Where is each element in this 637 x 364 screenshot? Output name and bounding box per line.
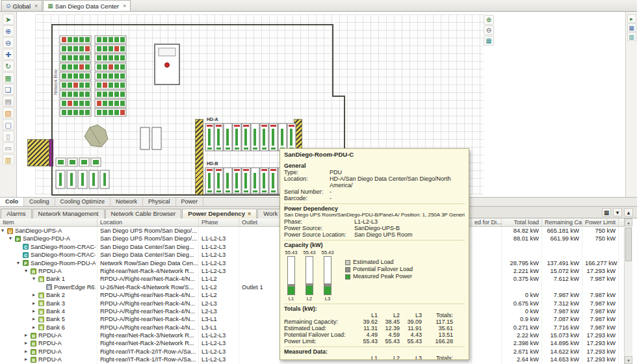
panel-tab-label: Network Management xyxy=(38,210,99,217)
power-limit-cell: 7.987 kW xyxy=(582,275,619,283)
expander-icon[interactable]: ▸ xyxy=(32,315,38,323)
measure-horizontal-icon[interactable]: ▭ xyxy=(3,142,14,153)
column-header-ed-for-di-[interactable]: ed for Di... xyxy=(472,218,502,226)
outlet-cell xyxy=(239,332,281,339)
equipment-object[interactable] xyxy=(84,125,108,147)
location-cell: Right-rear/IT-Rack-1/IT-Row-A/Sa... xyxy=(98,356,199,363)
item-name: Bank 5 xyxy=(46,315,65,323)
value-cell: 55.43 xyxy=(378,338,400,344)
value-cell: 13.51 xyxy=(422,332,453,338)
pointer-icon[interactable]: ➤ xyxy=(3,14,14,25)
panel-tab-network-management[interactable]: Network Management xyxy=(32,209,105,219)
zoom-out-icon[interactable]: ⊖ xyxy=(3,37,14,48)
minimize-panel-icon[interactable]: ▾ xyxy=(613,208,622,216)
palette-grid-icon[interactable]: ▦ xyxy=(627,23,636,32)
close-icon[interactable]: × xyxy=(123,3,126,9)
tab-label: San Diego Data Center xyxy=(55,3,119,10)
panel-tab-power-dependency[interactable]: Power Dependency× xyxy=(182,209,257,219)
select-area-icon[interactable]: ▢ xyxy=(3,119,14,130)
phase-cell: L2-L3 xyxy=(199,307,239,315)
phase-cell: L1-L2-L3 xyxy=(199,259,239,267)
item-cell: ▾PSanDiego-Room-PDU-A xyxy=(0,259,98,267)
scrollbar-thumb[interactable] xyxy=(625,228,632,261)
refresh-icon[interactable]: ↻ xyxy=(3,60,14,72)
column-header-remaining-ca-[interactable]: Remaining Ca... xyxy=(542,218,582,226)
data-row: Remaining Capacity:39.6238.4539.09117.15 xyxy=(284,318,465,325)
canvas-zoom-out-icon[interactable]: ⊖ xyxy=(484,25,494,35)
scroll-down-icon[interactable]: ▼ xyxy=(625,356,632,364)
cabinet[interactable] xyxy=(140,127,150,150)
field-value: SanDiego-UPS-B xyxy=(354,225,400,231)
expander-icon[interactable]: ▾ xyxy=(32,275,38,283)
expander-icon[interactable]: ▾ xyxy=(25,267,31,275)
canvas-zoom-in-icon[interactable]: ⊕ xyxy=(484,15,494,25)
view-tab-cooling[interactable]: Cooling xyxy=(24,198,55,206)
header-cell xyxy=(284,355,356,360)
expander-icon[interactable]: ▸ xyxy=(32,307,38,315)
expander-icon[interactable]: ▸ xyxy=(32,291,38,299)
expander-icon[interactable]: ▸ xyxy=(25,348,31,356)
panel-tab-alarms[interactable]: Alarms xyxy=(1,209,32,219)
paint-icon[interactable]: ▧ xyxy=(3,107,14,118)
legend-icon[interactable]: ▥ xyxy=(3,154,14,165)
column-header-power-limit[interactable]: Power Limit xyxy=(582,218,619,226)
cabinet[interactable] xyxy=(152,127,161,150)
copy-icon[interactable]: ❏ xyxy=(3,84,14,95)
column-header-item[interactable]: Item xyxy=(0,218,98,226)
tab-global[interactable]: ⊙ Global × xyxy=(1,0,42,11)
expander-icon[interactable]: ▸ xyxy=(25,356,31,363)
gauge-phase-label: L3 xyxy=(320,296,335,302)
power-dependency-row: Phase:L1-L2-L3 xyxy=(284,218,465,225)
expander-icon[interactable]: ▸ xyxy=(25,332,31,339)
expander-icon[interactable]: ▾ xyxy=(1,227,7,235)
power-panel[interactable] xyxy=(155,44,179,84)
bank-icon: B xyxy=(38,309,44,315)
view-tab-colo[interactable]: Colo xyxy=(0,198,24,206)
column-header-location[interactable]: Location xyxy=(98,218,199,226)
location-cell: Right-rear/IT-Rack-2/IT-Row-A/Sa... xyxy=(98,348,199,356)
total-load-cell: 0 kW xyxy=(502,307,542,315)
expander-icon[interactable]: ▾ xyxy=(17,259,23,267)
layers-icon[interactable]: ▤ xyxy=(3,96,14,107)
measure-vertical-icon[interactable]: ▯ xyxy=(3,131,14,142)
maximize-panel-icon[interactable]: ▴ xyxy=(624,208,633,216)
expander-icon[interactable]: ▸ xyxy=(25,339,31,347)
item-name: SanDiego-UPS-A xyxy=(15,227,62,235)
scroll-up-icon[interactable]: ▲ xyxy=(625,218,632,226)
expander-icon[interactable]: ▸ xyxy=(32,324,38,332)
view-tab-network[interactable]: Network xyxy=(110,198,143,206)
remaining-capacity-cell: 7.987 kW xyxy=(542,307,582,315)
canvas-palette: ⊕⊖▦ xyxy=(482,14,495,46)
header-cell: L3 xyxy=(400,355,422,360)
view-tab-physical[interactable]: Physical xyxy=(143,198,176,206)
close-icon[interactable]: × xyxy=(34,3,38,9)
zoom-in-icon[interactable]: ⊕ xyxy=(3,25,14,36)
table-scrollbar[interactable]: ▲ ▼ xyxy=(624,218,632,364)
power-limit-cell: 166.277 kW xyxy=(582,259,619,267)
value-cell: 35.61 xyxy=(422,325,453,332)
column-header-total-load[interactable]: Total load xyxy=(502,218,542,226)
layer-grid-icon[interactable]: ▦ xyxy=(484,36,494,46)
view-tab-power[interactable]: Power xyxy=(176,198,204,206)
export-table-icon[interactable]: ▦ xyxy=(602,208,611,216)
panel-tab-network-cable-browser[interactable]: Network Cable Browser xyxy=(105,209,182,219)
hidden-cell xyxy=(472,339,502,347)
view-tab-cooling-optimize[interactable]: Cooling Optimize xyxy=(55,198,111,206)
expander-icon[interactable]: ▸ xyxy=(32,300,38,307)
hidden-cell xyxy=(472,356,502,363)
remaining-capacity-cell: 7.987 kW xyxy=(542,291,582,299)
field-label: Power Source: xyxy=(284,225,354,231)
ups-icon: U xyxy=(7,228,13,234)
tab-san-diego-data-center[interactable]: ▦ San Diego Data Center × xyxy=(43,0,131,11)
column-header-outlet[interactable]: Outlet xyxy=(239,218,281,226)
restore-palette-icon[interactable]: ▸ xyxy=(627,14,636,23)
pan-icon[interactable]: ✚ xyxy=(3,49,14,60)
remaining-capacity-cell: 665.181 kW xyxy=(542,227,582,235)
close-icon[interactable]: × xyxy=(248,211,251,217)
grid-view-icon[interactable]: ▦ xyxy=(3,72,14,83)
column-header-phase[interactable]: Phase xyxy=(199,218,239,226)
hidden-cell xyxy=(472,283,502,291)
expander-icon[interactable]: ▾ xyxy=(9,235,15,242)
palette-table-icon[interactable]: ▥ xyxy=(627,32,636,41)
section-heading-general: General xyxy=(284,161,465,169)
